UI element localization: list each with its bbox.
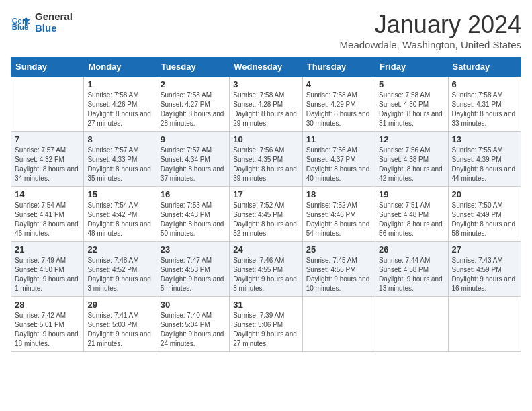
calendar-cell: 10Sunrise: 7:56 AMSunset: 4:35 PMDayligh… bbox=[230, 132, 302, 187]
calendar-cell: 20Sunrise: 7:50 AMSunset: 4:49 PMDayligh… bbox=[448, 187, 521, 242]
calendar-table: SundayMondayTuesdayWednesdayThursdayFrid… bbox=[11, 57, 521, 352]
day-info: Sunrise: 7:40 AMSunset: 5:04 PMDaylight:… bbox=[161, 311, 226, 349]
calendar-cell bbox=[11, 77, 84, 132]
day-number: 3 bbox=[233, 79, 298, 89]
calendar-week-row: 28Sunrise: 7:42 AMSunset: 5:01 PMDayligh… bbox=[11, 297, 521, 352]
calendar-cell: 23Sunrise: 7:47 AMSunset: 4:53 PMDayligh… bbox=[157, 242, 229, 297]
day-info: Sunrise: 7:57 AMSunset: 4:34 PMDaylight:… bbox=[161, 146, 226, 183]
day-number: 17 bbox=[233, 189, 298, 199]
calendar-week-row: 14Sunrise: 7:54 AMSunset: 4:41 PMDayligh… bbox=[11, 187, 521, 242]
day-info: Sunrise: 7:42 AMSunset: 5:01 PMDaylight:… bbox=[15, 311, 80, 349]
calendar-cell: 9Sunrise: 7:57 AMSunset: 4:34 PMDaylight… bbox=[157, 132, 229, 187]
location: Meadowdale, Washington, United States bbox=[340, 39, 521, 50]
day-number: 22 bbox=[87, 244, 152, 255]
calendar-cell: 13Sunrise: 7:55 AMSunset: 4:39 PMDayligh… bbox=[448, 132, 521, 187]
day-info: Sunrise: 7:43 AMSunset: 4:59 PMDaylight:… bbox=[452, 256, 517, 293]
day-number: 16 bbox=[161, 189, 226, 199]
day-number: 27 bbox=[452, 244, 517, 255]
day-number: 6 bbox=[452, 79, 517, 89]
day-number: 8 bbox=[87, 134, 152, 144]
day-info: Sunrise: 7:58 AMSunset: 4:30 PMDaylight:… bbox=[379, 91, 444, 128]
day-number: 12 bbox=[379, 134, 444, 144]
calendar-cell: 3Sunrise: 7:58 AMSunset: 4:28 PMDaylight… bbox=[230, 77, 302, 132]
day-info: Sunrise: 7:58 AMSunset: 4:31 PMDaylight:… bbox=[452, 91, 517, 128]
calendar-cell: 22Sunrise: 7:48 AMSunset: 4:52 PMDayligh… bbox=[84, 242, 157, 297]
day-info: Sunrise: 7:55 AMSunset: 4:39 PMDaylight:… bbox=[452, 146, 517, 183]
day-info: Sunrise: 7:45 AMSunset: 4:56 PMDaylight:… bbox=[306, 256, 371, 293]
day-info: Sunrise: 7:54 AMSunset: 4:42 PMDaylight:… bbox=[87, 201, 152, 238]
day-info: Sunrise: 7:52 AMSunset: 4:45 PMDaylight:… bbox=[233, 201, 298, 238]
day-number: 15 bbox=[87, 189, 152, 199]
day-info: Sunrise: 7:51 AMSunset: 4:48 PMDaylight:… bbox=[379, 201, 444, 238]
day-number: 5 bbox=[379, 79, 444, 89]
calendar-cell: 24Sunrise: 7:46 AMSunset: 4:55 PMDayligh… bbox=[230, 242, 302, 297]
day-info: Sunrise: 7:56 AMSunset: 4:35 PMDaylight:… bbox=[233, 146, 298, 183]
calendar-week-row: 21Sunrise: 7:49 AMSunset: 4:50 PMDayligh… bbox=[11, 242, 521, 297]
calendar-cell: 6Sunrise: 7:58 AMSunset: 4:31 PMDaylight… bbox=[448, 77, 521, 132]
day-info: Sunrise: 7:44 AMSunset: 4:58 PMDaylight:… bbox=[379, 256, 444, 293]
calendar-cell bbox=[302, 297, 375, 352]
calendar-cell: 17Sunrise: 7:52 AMSunset: 4:45 PMDayligh… bbox=[230, 187, 302, 242]
day-info: Sunrise: 7:56 AMSunset: 4:37 PMDaylight:… bbox=[306, 146, 371, 183]
calendar-cell: 21Sunrise: 7:49 AMSunset: 4:50 PMDayligh… bbox=[11, 242, 84, 297]
day-number: 21 bbox=[15, 244, 80, 255]
day-number: 24 bbox=[233, 244, 298, 255]
day-info: Sunrise: 7:58 AMSunset: 4:29 PMDaylight:… bbox=[306, 91, 371, 128]
column-header-saturday: Saturday bbox=[448, 58, 521, 77]
day-number: 31 bbox=[233, 300, 298, 310]
day-number: 4 bbox=[306, 79, 371, 89]
calendar-cell: 16Sunrise: 7:53 AMSunset: 4:43 PMDayligh… bbox=[157, 187, 229, 242]
day-number: 29 bbox=[87, 300, 152, 310]
logo-blue: Blue bbox=[35, 22, 73, 34]
day-number: 25 bbox=[306, 244, 371, 255]
day-info: Sunrise: 7:53 AMSunset: 4:43 PMDaylight:… bbox=[161, 201, 226, 238]
calendar-cell: 25Sunrise: 7:45 AMSunset: 4:56 PMDayligh… bbox=[302, 242, 375, 297]
logo-general: General bbox=[35, 11, 73, 22]
calendar-cell: 14Sunrise: 7:54 AMSunset: 4:41 PMDayligh… bbox=[11, 187, 84, 242]
day-number: 11 bbox=[306, 134, 371, 144]
calendar-cell: 27Sunrise: 7:43 AMSunset: 4:59 PMDayligh… bbox=[448, 242, 521, 297]
month-title: January 2024 bbox=[340, 11, 521, 39]
calendar-cell: 30Sunrise: 7:40 AMSunset: 5:04 PMDayligh… bbox=[157, 297, 229, 352]
day-number: 23 bbox=[161, 244, 226, 255]
day-info: Sunrise: 7:48 AMSunset: 4:52 PMDaylight:… bbox=[87, 256, 152, 293]
calendar-cell: 29Sunrise: 7:41 AMSunset: 5:03 PMDayligh… bbox=[84, 297, 157, 352]
calendar-week-row: 1Sunrise: 7:58 AMSunset: 4:26 PMDaylight… bbox=[11, 77, 521, 132]
calendar-cell: 4Sunrise: 7:58 AMSunset: 4:29 PMDaylight… bbox=[302, 77, 375, 132]
day-info: Sunrise: 7:58 AMSunset: 4:28 PMDaylight:… bbox=[233, 91, 298, 128]
calendar-cell: 2Sunrise: 7:58 AMSunset: 4:27 PMDaylight… bbox=[157, 77, 229, 132]
day-number: 13 bbox=[452, 134, 517, 144]
day-number: 7 bbox=[15, 134, 80, 144]
calendar-week-row: 7Sunrise: 7:57 AMSunset: 4:32 PMDaylight… bbox=[11, 132, 521, 187]
column-header-tuesday: Tuesday bbox=[157, 58, 229, 77]
day-number: 20 bbox=[452, 189, 517, 199]
calendar-cell: 12Sunrise: 7:56 AMSunset: 4:38 PMDayligh… bbox=[375, 132, 448, 187]
column-header-wednesday: Wednesday bbox=[230, 58, 302, 77]
calendar-cell: 7Sunrise: 7:57 AMSunset: 4:32 PMDaylight… bbox=[11, 132, 84, 187]
logo-icon: General Blue bbox=[11, 13, 30, 32]
day-number: 14 bbox=[15, 189, 80, 199]
calendar-cell: 8Sunrise: 7:57 AMSunset: 4:33 PMDaylight… bbox=[84, 132, 157, 187]
calendar-cell: 5Sunrise: 7:58 AMSunset: 4:30 PMDaylight… bbox=[375, 77, 448, 132]
day-info: Sunrise: 7:46 AMSunset: 4:55 PMDaylight:… bbox=[233, 256, 298, 293]
day-info: Sunrise: 7:47 AMSunset: 4:53 PMDaylight:… bbox=[161, 256, 226, 293]
column-header-sunday: Sunday bbox=[11, 58, 84, 77]
calendar-cell: 28Sunrise: 7:42 AMSunset: 5:01 PMDayligh… bbox=[11, 297, 84, 352]
column-header-friday: Friday bbox=[375, 58, 448, 77]
day-info: Sunrise: 7:50 AMSunset: 4:49 PMDaylight:… bbox=[452, 201, 517, 238]
day-number: 18 bbox=[306, 189, 371, 199]
column-header-monday: Monday bbox=[84, 58, 157, 77]
day-number: 9 bbox=[161, 134, 226, 144]
calendar-cell bbox=[375, 297, 448, 352]
day-info: Sunrise: 7:41 AMSunset: 5:03 PMDaylight:… bbox=[87, 311, 152, 349]
calendar-cell bbox=[448, 297, 521, 352]
day-info: Sunrise: 7:57 AMSunset: 4:33 PMDaylight:… bbox=[87, 146, 152, 183]
calendar-cell: 1Sunrise: 7:58 AMSunset: 4:26 PMDaylight… bbox=[84, 77, 157, 132]
title-block: January 2024 Meadowdale, Washington, Uni… bbox=[340, 11, 521, 50]
calendar-cell: 19Sunrise: 7:51 AMSunset: 4:48 PMDayligh… bbox=[375, 187, 448, 242]
day-info: Sunrise: 7:49 AMSunset: 4:50 PMDaylight:… bbox=[15, 256, 80, 293]
day-number: 30 bbox=[161, 300, 226, 310]
calendar-cell: 18Sunrise: 7:52 AMSunset: 4:46 PMDayligh… bbox=[302, 187, 375, 242]
day-info: Sunrise: 7:39 AMSunset: 5:06 PMDaylight:… bbox=[233, 311, 298, 349]
calendar-cell: 15Sunrise: 7:54 AMSunset: 4:42 PMDayligh… bbox=[84, 187, 157, 242]
